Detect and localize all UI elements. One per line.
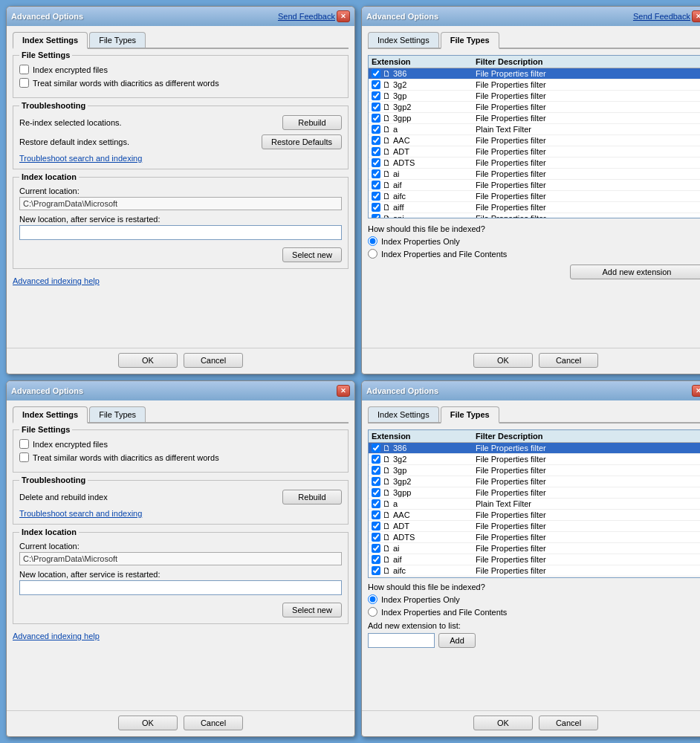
- window-title: Advanced Options: [366, 386, 438, 395]
- troubleshooting-content: Re-index selected locations. Rebuild Res…: [19, 115, 342, 163]
- cancel-button[interactable]: Cancel: [184, 353, 243, 368]
- encrypt-checkbox[interactable]: [19, 65, 29, 74]
- window-title: Advanced Options: [11, 12, 83, 21]
- ext-icon-ani: 🗋: [383, 214, 391, 218]
- close-button[interactable]: ✕: [692, 10, 700, 22]
- file-row-3g2[interactable]: 🗋3g2 File Properties filter: [369, 80, 700, 91]
- file-row-aif[interactable]: 🗋aif File Properties filter: [369, 180, 700, 191]
- file-row-3gp2[interactable]: 🗋3gp2 File Properties filter: [369, 102, 700, 113]
- radio-index-contents[interactable]: [368, 607, 377, 617]
- radio-row-2: Index Properties and File Contents: [368, 249, 700, 259]
- advanced-indexing-help-link[interactable]: Advanced indexing help: [13, 632, 100, 640]
- file-row-adts[interactable]: 🗋ADTS File Properties filter: [369, 532, 700, 543]
- ok-button[interactable]: OK: [118, 353, 178, 368]
- titlebar-controls: Send Feedback ✕: [633, 10, 700, 22]
- index-location-section: Index location Current location: C:\Prog…: [13, 177, 349, 269]
- file-row-3gp[interactable]: 🗋3gp File Properties filter: [369, 91, 700, 102]
- tab-file-types[interactable]: File Types: [89, 406, 146, 422]
- file-row-aifc[interactable]: 🗋aifc File Properties filter: [369, 565, 700, 577]
- close-button[interactable]: ✕: [337, 10, 350, 22]
- how-indexed-section: How should this file be indexed? Index P…: [368, 224, 700, 259]
- diacritics-checkbox[interactable]: [19, 78, 29, 88]
- tab-index-settings[interactable]: Index Settings: [368, 406, 439, 422]
- add-extension-input[interactable]: [368, 633, 435, 648]
- cancel-button[interactable]: Cancel: [539, 716, 598, 730]
- add-new-extension-button[interactable]: Add new extension: [570, 265, 700, 279]
- file-row-386[interactable]: 🗋386 File Properties filter: [369, 68, 700, 80]
- file-row-a[interactable]: 🗋a Plain Text Filter: [369, 499, 700, 510]
- tab-index-settings[interactable]: Index Settings: [13, 406, 88, 424]
- file-settings-section: File Settings Index encrypted files Trea…: [13, 429, 349, 473]
- file-list[interactable]: Extension Filter Description 🗋386 File P…: [368, 55, 700, 218]
- file-row-3gp[interactable]: 🗋3gp File Properties filter: [369, 465, 700, 476]
- rebuild-button[interactable]: Rebuild: [282, 115, 342, 130]
- radio-row-1: Index Properties Only: [368, 236, 700, 246]
- file-row-aifc[interactable]: 🗋aifc File Properties filter: [369, 191, 700, 202]
- ext-icon-3g2: 🗋: [383, 455, 391, 464]
- diacritics-label: Treat similar words with diacritics as d…: [33, 79, 219, 88]
- cancel-button[interactable]: Cancel: [184, 716, 243, 730]
- new-location-input[interactable]: [19, 225, 342, 240]
- new-location-input[interactable]: [19, 580, 342, 595]
- file-row-adt[interactable]: 🗋ADT File Properties filter: [369, 146, 700, 158]
- file-row-3g2[interactable]: 🗋3g2 File Properties filter: [369, 454, 700, 465]
- encrypt-checkbox[interactable]: [19, 439, 29, 449]
- file-row-3gpp[interactable]: 🗋3gpp File Properties filter: [369, 113, 700, 124]
- current-location-label: Current location:: [19, 542, 342, 551]
- tab-file-types[interactable]: File Types: [441, 406, 499, 424]
- file-row-aiff[interactable]: 🗋aiff File Properties filter: [369, 202, 700, 213]
- troubleshoot-link[interactable]: Troubleshoot search and indexing: [19, 509, 142, 518]
- add-ext-row: Add new extension: [368, 265, 700, 279]
- file-row-adt[interactable]: 🗋ADT File Properties filter: [369, 521, 700, 532]
- cancel-button[interactable]: Cancel: [539, 353, 598, 368]
- file-row-a[interactable]: 🗋a Plain Text Filter: [369, 124, 700, 135]
- tab-index-settings[interactable]: Index Settings: [13, 32, 88, 49]
- select-new-button[interactable]: Select new: [282, 603, 342, 617]
- tab-file-types[interactable]: File Types: [441, 32, 499, 49]
- radio-index-properties-only[interactable]: [368, 594, 377, 604]
- file-row-aac[interactable]: 🗋AAC File Properties filter: [369, 510, 700, 521]
- ext-icon-adt: 🗋: [383, 147, 391, 156]
- close-button[interactable]: ✕: [337, 385, 350, 397]
- file-row-ani[interactable]: 🗋ani File Properties filter: [369, 213, 700, 218]
- current-location-value: C:\ProgramData\Microsoft: [19, 552, 342, 565]
- send-feedback-link[interactable]: Send Feedback: [278, 12, 335, 21]
- ext-icon-3gp2: 🗋: [383, 103, 391, 111]
- radio-index-contents[interactable]: [368, 249, 377, 259]
- top-left-window: Advanced Options Send Feedback ✕ Index S…: [6, 6, 355, 374]
- close-button[interactable]: ✕: [692, 385, 700, 397]
- restore-defaults-button[interactable]: Restore Defaults: [262, 134, 342, 149]
- tab-index-settings[interactable]: Index Settings: [368, 32, 439, 48]
- tab-file-types[interactable]: File Types: [89, 32, 146, 48]
- send-feedback-link[interactable]: Send Feedback: [633, 12, 690, 21]
- file-row-aiff[interactable]: 🗋aiff File Properties filter: [369, 577, 700, 578]
- file-row-386[interactable]: 🗋386 File Properties filter: [369, 443, 700, 454]
- file-settings-content: Index encrypted files Treat similar word…: [19, 65, 342, 88]
- troubleshoot-link[interactable]: Troubleshoot search and indexing: [19, 154, 142, 163]
- diacritics-checkbox[interactable]: [19, 452, 29, 462]
- ok-button[interactable]: OK: [473, 716, 533, 730]
- titlebar-bottom-right: Advanced Options ✕: [362, 381, 700, 400]
- tab-bar: Index Settings File Types: [368, 406, 700, 424]
- file-list[interactable]: Extension Filter Description 🗋386 File P…: [368, 429, 700, 578]
- rebuild-button[interactable]: Rebuild: [282, 490, 342, 504]
- file-row-aif[interactable]: 🗋aif File Properties filter: [369, 554, 700, 565]
- advanced-indexing-help-link[interactable]: Advanced indexing help: [13, 276, 100, 285]
- index-location-section: Index location Current location: C:\Prog…: [13, 532, 349, 624]
- new-location-label: New location, after service is restarted…: [19, 215, 342, 224]
- radio-label-1: Index Properties Only: [381, 595, 460, 604]
- file-row-adts[interactable]: 🗋ADTS File Properties filter: [369, 158, 700, 169]
- window-body: Index Settings File Types Extension Filt…: [362, 400, 700, 707]
- file-row-3gp2[interactable]: 🗋3gp2 File Properties filter: [369, 476, 700, 487]
- file-row-3gpp[interactable]: 🗋3gpp File Properties filter: [369, 487, 700, 499]
- file-row-ai[interactable]: 🗋ai File Properties filter: [369, 543, 700, 554]
- radio-index-properties-only[interactable]: [368, 236, 377, 246]
- ok-button[interactable]: OK: [473, 353, 533, 368]
- add-button[interactable]: Add: [438, 633, 476, 648]
- current-location-label: Current location:: [19, 186, 342, 195]
- select-new-button[interactable]: Select new: [282, 247, 342, 262]
- file-row-aac[interactable]: 🗋AAC File Properties filter: [369, 135, 700, 146]
- ok-button[interactable]: OK: [118, 716, 178, 730]
- ext-icon-aifc: 🗋: [383, 192, 391, 201]
- file-row-ai[interactable]: 🗋ai File Properties filter: [369, 169, 700, 180]
